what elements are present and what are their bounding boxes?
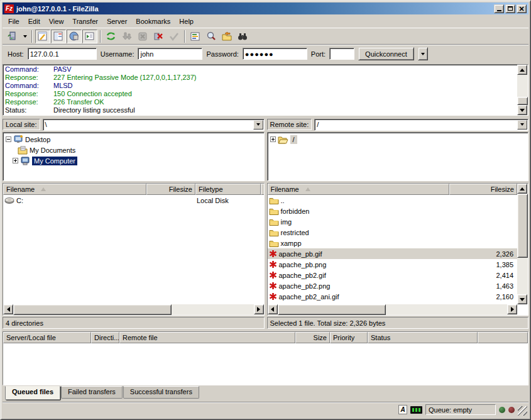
- remote-site-dropdown-button[interactable]: [517, 120, 527, 130]
- minimize-button[interactable]: [494, 4, 504, 13]
- column-header-status[interactable]: Status: [368, 332, 478, 343]
- column-header-filename[interactable]: Filename: [268, 184, 449, 195]
- file-row[interactable]: img: [268, 216, 518, 227]
- scroll-down-button[interactable]: [517, 105, 527, 115]
- message-log: Command:PASV Response:227 Entering Passi…: [3, 64, 528, 116]
- sort-asc-icon: [305, 187, 310, 191]
- quickconnect-button[interactable]: Quickconnect: [358, 47, 414, 60]
- file-row[interactable]: xampp: [268, 238, 518, 248]
- column-header-remote-file[interactable]: Remote file: [119, 332, 295, 343]
- password-input[interactable]: [243, 48, 307, 60]
- scroll-thumb[interactable]: [13, 304, 172, 315]
- menu-server[interactable]: Server: [102, 16, 131, 26]
- close-button[interactable]: ✕: [517, 4, 527, 13]
- log-label: Command:: [5, 82, 53, 90]
- file-row-selected[interactable]: apache_pb.gif 2,326: [268, 248, 518, 259]
- tab-failed-transfers[interactable]: Failed transfers: [61, 386, 123, 399]
- remote-vscrollbar[interactable]: [517, 184, 528, 304]
- cancel-button[interactable]: [135, 30, 150, 43]
- resize-grip[interactable]: [518, 406, 527, 416]
- remote-site-combo[interactable]: /: [314, 119, 528, 131]
- file-row[interactable]: forbidden: [268, 206, 518, 216]
- local-hscrollbar[interactable]: [3, 304, 264, 315]
- log-label: Response:: [5, 90, 53, 98]
- column-header-filetype[interactable]: Filetype: [195, 184, 261, 195]
- tree-item-desktop[interactable]: Desktop: [6, 134, 264, 145]
- column-header-size[interactable]: Size: [295, 332, 330, 343]
- maximize-button[interactable]: [505, 4, 515, 13]
- my-computer-icon: [20, 156, 30, 165]
- password-label: Password:: [206, 50, 238, 58]
- scroll-thumb[interactable]: [278, 304, 386, 315]
- site-manager-dropdown-button[interactable]: [21, 30, 29, 43]
- queue-body[interactable]: [3, 343, 528, 385]
- column-header-filesize[interactable]: Filesize: [146, 184, 195, 195]
- scroll-down-button[interactable]: [517, 294, 527, 304]
- menu-transfer[interactable]: Transfer: [68, 16, 102, 26]
- log-scrollbar[interactable]: [517, 65, 528, 115]
- recv-indicator-led: [499, 407, 505, 413]
- quickconnect-bar: Host: Username: Password: Port: Quickcon…: [3, 44, 528, 63]
- menu-help[interactable]: Help: [175, 16, 198, 26]
- scroll-right-button[interactable]: [254, 304, 264, 314]
- column-header-filesize[interactable]: Filesize: [449, 184, 518, 195]
- disconnect-button[interactable]: [151, 30, 166, 43]
- tree-item-root[interactable]: /: [270, 134, 528, 145]
- host-input[interactable]: [28, 48, 97, 60]
- scroll-right-button[interactable]: [507, 304, 517, 314]
- expand-icon[interactable]: [13, 158, 18, 163]
- column-header-filename[interactable]: Filename: [3, 184, 146, 195]
- file-row[interactable]: restricted: [268, 227, 518, 238]
- port-input[interactable]: [329, 48, 354, 60]
- process-queue-button[interactable]: [119, 30, 134, 43]
- toggle-local-tree-button[interactable]: [51, 30, 66, 43]
- file-row[interactable]: ..: [268, 195, 518, 206]
- scroll-thumb[interactable]: [517, 194, 528, 258]
- scroll-up-button[interactable]: [517, 65, 527, 75]
- file-row[interactable]: apache_pb2.png 1,463: [268, 280, 518, 291]
- scroll-up-button[interactable]: [517, 184, 527, 194]
- menu-view[interactable]: View: [45, 16, 68, 26]
- file-row[interactable]: apache_pb.png 1,385: [268, 259, 518, 270]
- window-title: john@127.0.0.1 - FileZilla: [16, 5, 491, 13]
- local-site-combo[interactable]: \: [43, 119, 265, 131]
- quickconnect-dropdown-button[interactable]: [418, 47, 428, 60]
- scroll-left-button[interactable]: [268, 304, 278, 314]
- tree-item-label: /: [290, 135, 297, 144]
- column-header-server-local-file[interactable]: Server/Local file: [3, 332, 91, 343]
- host-label: Host:: [8, 50, 24, 58]
- column-header-priority[interactable]: Priority: [330, 332, 368, 343]
- reconnect-button[interactable]: [167, 30, 182, 43]
- toggle-message-log-button[interactable]: [35, 30, 50, 43]
- tree-item-my-computer[interactable]: My Computer: [6, 155, 264, 166]
- expand-icon[interactable]: [270, 136, 276, 142]
- column-header-lastmodified[interactable]: L: [261, 184, 265, 195]
- filter-button[interactable]: [188, 30, 203, 43]
- collapse-icon[interactable]: [6, 136, 11, 142]
- tree-item-my-documents[interactable]: My Documents: [6, 145, 264, 155]
- username-input[interactable]: [138, 48, 202, 60]
- scroll-left-button[interactable]: [3, 304, 13, 314]
- toggle-queue-button[interactable]: [82, 30, 97, 43]
- site-manager-button[interactable]: [5, 30, 20, 43]
- refresh-button[interactable]: [104, 30, 119, 43]
- speed-limit-icon: [410, 406, 422, 414]
- title-bar[interactable]: Fz john@127.0.0.1 - FileZilla ✕: [3, 3, 528, 14]
- menu-file[interactable]: File: [4, 16, 24, 26]
- tab-queued-files[interactable]: Queued files: [5, 386, 60, 400]
- directory-comparison-button[interactable]: [204, 30, 219, 43]
- toggle-remote-tree-button[interactable]: [67, 30, 82, 43]
- file-name: ..: [281, 197, 285, 204]
- local-site-dropdown-button[interactable]: [253, 120, 263, 130]
- scroll-thumb[interactable]: [517, 97, 528, 105]
- file-row[interactable]: C: Local Disk: [3, 195, 264, 206]
- column-header-direction[interactable]: Directi...: [91, 332, 119, 343]
- synchronized-browsing-button[interactable]: [219, 30, 234, 43]
- menu-edit[interactable]: Edit: [24, 16, 45, 26]
- file-row[interactable]: apache_pb2_ani.gif 2,160: [268, 291, 518, 302]
- remote-hscrollbar[interactable]: [268, 304, 518, 315]
- tab-successful-transfers[interactable]: Successful transfers: [123, 386, 199, 399]
- file-row[interactable]: apache_pb2.gif 2,414: [268, 270, 518, 280]
- find-button[interactable]: [235, 30, 250, 43]
- menu-bookmarks[interactable]: Bookmarks: [131, 16, 175, 26]
